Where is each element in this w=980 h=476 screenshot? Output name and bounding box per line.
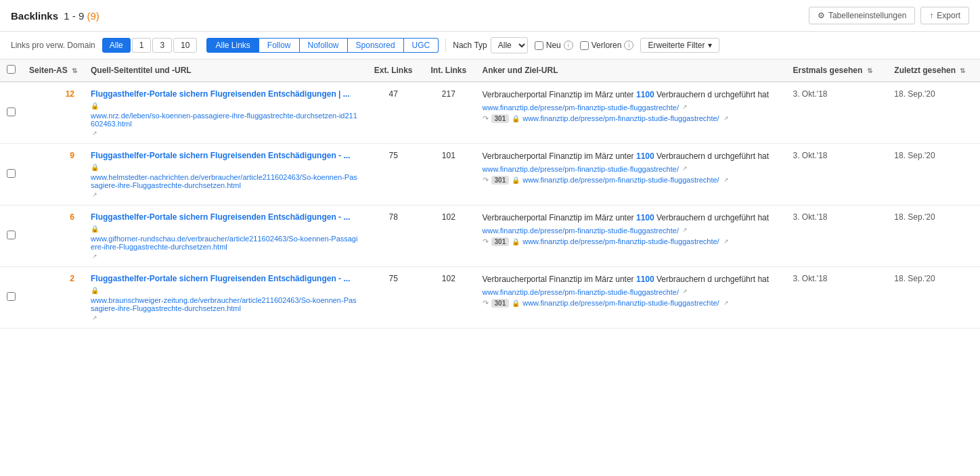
export-label: Export [937,11,960,20]
table-row: 2 Fluggasthelfer-Portale sichern Flugrei… [0,267,980,329]
neu-checkbox[interactable] [535,41,543,50]
th-ext-label: Ext. Links [374,66,413,75]
th-select [0,60,22,82]
redirect-url-link-2[interactable]: www.finanztip.de/presse/pm-finanztip-stu… [522,237,719,245]
verloren-filter: Verloren i [580,41,634,50]
redirect-ext-icon-3: ↗ [723,300,729,306]
domain-filter-10[interactable]: 10 [173,38,197,53]
table-header-row: Seiten-AS ⇅ Quell-Seitentitel und -URL E… [0,60,980,82]
row-ext-2: 78 [365,206,422,267]
row-checkbox-2[interactable] [7,231,16,239]
page-title: Backlinks 1 - 9 (9) [11,10,99,22]
sort-icon-erstmals: ⇅ [867,67,872,74]
row-check-1 [0,144,22,206]
row-checkbox-1[interactable] [7,169,16,178]
th-erstmals-label: Erstmals gesehen [793,66,863,75]
redirect-ext-icon-1: ↗ [723,176,729,183]
row-int-3: 102 [422,267,475,329]
ext-icon-3: ↗ [92,314,97,321]
redirect-arrow-2: ↷ [483,237,489,246]
row-checkbox-0[interactable] [7,108,16,116]
domain-filter-all[interactable]: Alle [102,38,131,53]
th-anker-label: Anker und Ziel-URL [483,66,558,75]
row-anchor-url-0: www.finanztip.de/presse/pm-finanztip-stu… [483,103,780,112]
separator-1 [445,39,446,52]
lock-icon-0: 🔒 [91,102,99,110]
row-as-0: 12 [22,82,84,144]
verloren-checkbox[interactable] [580,41,589,50]
verloren-label: Verloren [592,41,622,50]
link-type-alle-links[interactable]: Alle Links [206,38,259,53]
link-type-nofollow[interactable]: Nofollow [300,38,348,53]
lock-icon-1: 🔒 [91,164,99,171]
export-button[interactable]: ↑ Export [920,7,969,24]
domain-filter-1[interactable]: 1 [132,38,152,53]
row-anchor-url-link-1[interactable]: www.finanztip.de/presse/pm-finanztip-stu… [483,165,679,173]
row-url-link-0[interactable]: www.nrz.de/leben/so-koennen-passagiere-i… [91,112,358,128]
row-anchor-url-link-3[interactable]: www.finanztip.de/presse/pm-finanztip-stu… [483,288,679,296]
row-source-3: Fluggasthelfer-Portale sichern Flugreise… [84,267,365,329]
row-title-link-3[interactable]: Fluggasthelfer-Portale sichern Flugreise… [91,274,358,283]
row-anchor-url-link-2[interactable]: www.finanztip.de/presse/pm-finanztip-stu… [483,227,679,235]
row-title-link-0[interactable]: Fluggasthelfer-Portale sichern Flugreise… [91,89,358,99]
nach-typ-select[interactable]: Alle [491,37,528,53]
row-source-1: Fluggasthelfer-Portale sichern Flugreise… [84,144,365,206]
tabelleneinstellungen-button[interactable]: ⚙ Tabelleneinstellungen [809,7,915,24]
redirect-arrow-1: ↷ [483,176,489,185]
row-title-link-1[interactable]: Fluggasthelfer-Portale sichern Flugreise… [91,151,358,160]
domain-filter-3[interactable]: 3 [152,38,172,53]
redirect-arrow-3: ↷ [483,299,489,308]
row-int-2: 102 [422,206,475,267]
row-zuletzt-3: 18. Sep.'20 [887,267,980,329]
ext-icon-2: ↗ [92,253,97,260]
row-redirect-1: ↷ 301 🔒 www.finanztip.de/presse/pm-finan… [483,176,780,185]
link-type-ugc[interactable]: UGC [404,38,439,53]
top-bar: Backlinks 1 - 9 (9) ⚙ Tabelleneinstellun… [0,0,980,32]
row-url-link-3[interactable]: www.braunschweiger-zeitung.de/verbrauche… [91,296,358,312]
th-seiten-as[interactable]: Seiten-AS ⇅ [22,60,84,82]
redirect-lock-0: 🔒 [512,115,520,122]
th-zuletzt[interactable]: Zuletzt gesehen ⇅ [887,60,980,82]
row-erstmals-0: 3. Okt.'18 [786,82,888,144]
redirect-code-2: 301 [491,237,510,246]
row-url-link-1[interactable]: www.helmstedter-nachrichten.de/verbrauch… [91,173,358,189]
link-type-follow[interactable]: Follow [259,38,300,53]
row-source-0: Fluggasthelfer-Portale sichern Flugreise… [84,82,365,144]
redirect-lock-2: 🔒 [512,238,520,245]
row-zuletzt-1: 18. Sep.'20 [887,144,980,206]
table-row: 12 Fluggasthelfer-Portale sichern Flugre… [0,82,980,144]
row-redirect-0: ↷ 301 🔒 www.finanztip.de/presse/pm-finan… [483,114,780,123]
th-int-links: Int. Links [422,60,475,82]
export-icon: ↑ [929,11,933,20]
verloren-info-icon[interactable]: i [624,41,633,50]
redirect-url-link-1[interactable]: www.finanztip.de/presse/pm-finanztip-stu… [522,176,719,184]
settings-icon: ⚙ [818,11,825,20]
lock-icon-3: 🔒 [91,287,99,294]
link-type-sponsored[interactable]: Sponsored [348,38,404,53]
select-all-checkbox[interactable] [7,65,16,74]
row-erstmals-1: 3. Okt.'18 [786,144,888,206]
th-seiten-as-label: Seiten-AS [29,66,68,75]
row-title-link-2[interactable]: Fluggasthelfer-Portale sichern Flugreise… [91,212,358,222]
neu-filter: Neu i [535,41,573,50]
row-as-1: 9 [22,144,84,206]
row-redirect-2: ↷ 301 🔒 www.finanztip.de/presse/pm-finan… [483,237,780,246]
row-anchor-url-2: www.finanztip.de/presse/pm-finanztip-stu… [483,227,780,235]
row-zuletzt-0: 18. Sep.'20 [887,82,980,144]
advanced-filter-button[interactable]: Erweiterte Filter ▾ [640,38,719,53]
row-anchor-1: Verbraucherportal Finanztip im März unte… [476,144,786,206]
row-anchor-url-link-0[interactable]: www.finanztip.de/presse/pm-finanztip-stu… [483,103,679,112]
row-url-link-2[interactable]: www.gifhorner-rundschau.de/verbraucher/a… [91,235,358,251]
th-erstmals[interactable]: Erstmals gesehen ⇅ [786,60,888,82]
backlinks-table-container: Seiten-AS ⇅ Quell-Seitentitel und -URL E… [0,60,980,329]
row-check-0 [0,82,22,144]
filter-bar: Links pro verw. Domain Alle 1 3 10 Alle … [0,32,980,60]
redirect-url-link-3[interactable]: www.finanztip.de/presse/pm-finanztip-stu… [522,299,719,307]
row-anchor-url-3: www.finanztip.de/presse/pm-finanztip-stu… [483,288,780,296]
row-checkbox-3[interactable] [7,292,16,301]
ext-icon-0: ↗ [92,130,97,137]
neu-info-icon[interactable]: i [564,41,573,50]
links-pro-domain-label: Links pro verw. Domain [11,41,95,50]
row-ext-1: 75 [365,144,422,206]
redirect-url-link-0[interactable]: www.finanztip.de/presse/pm-finanztip-stu… [522,114,719,122]
